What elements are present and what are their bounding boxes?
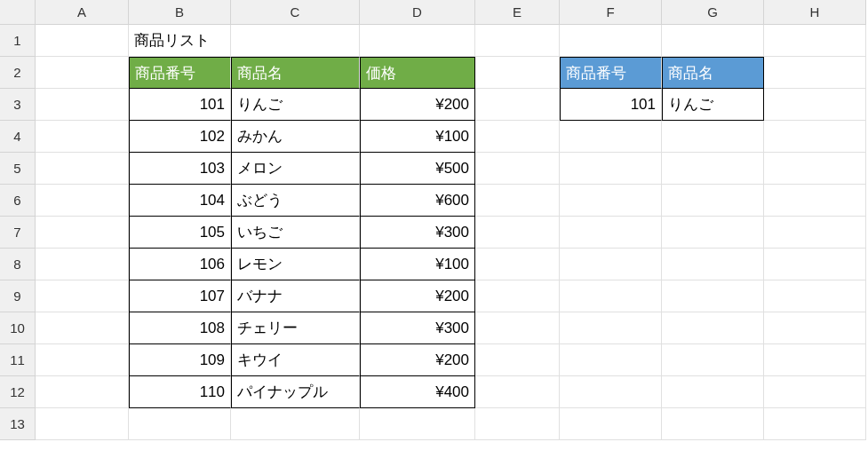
table-row[interactable]: ¥100 [360, 121, 475, 153]
cell-H5[interactable] [764, 153, 866, 185]
table2-header-name[interactable]: 商品名 [662, 57, 764, 89]
table2-row-name[interactable]: りんご [662, 89, 764, 121]
cell-F4[interactable] [560, 121, 662, 153]
table-row[interactable]: メロン [231, 153, 360, 185]
col-header-H[interactable]: H [764, 0, 866, 25]
table2-header-id[interactable]: 商品番号 [560, 57, 662, 89]
table-row[interactable]: 106 [129, 249, 231, 280]
cell-G5[interactable] [662, 153, 764, 185]
table-row[interactable]: 107 [129, 280, 231, 312]
cell-A3[interactable] [36, 89, 129, 121]
cell-E4[interactable] [475, 121, 560, 153]
cell-G9[interactable] [662, 280, 764, 312]
cell-A1[interactable] [36, 25, 129, 57]
cell-A9[interactable] [36, 280, 129, 312]
row-header-9[interactable]: 9 [0, 280, 36, 312]
cell-A6[interactable] [36, 185, 129, 217]
cell-A13[interactable] [36, 408, 129, 440]
select-all-corner[interactable] [0, 0, 36, 25]
table-row[interactable]: 110 [129, 376, 231, 408]
table-row[interactable]: ¥400 [360, 376, 475, 408]
cell-H4[interactable] [764, 121, 866, 153]
cell-A2[interactable] [36, 57, 129, 89]
table-row[interactable]: 103 [129, 153, 231, 185]
cell-B13[interactable] [129, 408, 231, 440]
cell-H12[interactable] [764, 376, 866, 408]
cell-E1[interactable] [475, 25, 560, 57]
cell-G8[interactable] [662, 249, 764, 280]
table-row[interactable]: バナナ [231, 280, 360, 312]
row-header-12[interactable]: 12 [0, 376, 36, 408]
table2-row-id[interactable]: 101 [560, 89, 662, 121]
cell-F13[interactable] [560, 408, 662, 440]
cell-F1[interactable] [560, 25, 662, 57]
cell-H13[interactable] [764, 408, 866, 440]
row-header-10[interactable]: 10 [0, 312, 36, 344]
cell-F11[interactable] [560, 344, 662, 376]
row-header-3[interactable]: 3 [0, 89, 36, 121]
table1-header-name[interactable]: 商品名 [231, 57, 360, 89]
table-row[interactable]: ¥200 [360, 344, 475, 376]
cell-A12[interactable] [36, 376, 129, 408]
cell-E11[interactable] [475, 344, 560, 376]
cell-C1[interactable] [231, 25, 360, 57]
table-row[interactable]: 104 [129, 185, 231, 217]
col-header-F[interactable]: F [560, 0, 662, 25]
table-row[interactable]: レモン [231, 249, 360, 280]
cell-D13[interactable] [360, 408, 475, 440]
cell-H1[interactable] [764, 25, 866, 57]
cell-E12[interactable] [475, 376, 560, 408]
cell-G11[interactable] [662, 344, 764, 376]
cell-A10[interactable] [36, 312, 129, 344]
row-header-2[interactable]: 2 [0, 57, 36, 89]
table-row[interactable]: 101 [129, 89, 231, 121]
table-row[interactable]: チェリー [231, 312, 360, 344]
cell-B1[interactable]: 商品リスト [129, 25, 231, 57]
table-row[interactable]: 109 [129, 344, 231, 376]
cell-H8[interactable] [764, 249, 866, 280]
table-row[interactable]: 102 [129, 121, 231, 153]
cell-F10[interactable] [560, 312, 662, 344]
cell-F6[interactable] [560, 185, 662, 217]
cell-F12[interactable] [560, 376, 662, 408]
cell-F9[interactable] [560, 280, 662, 312]
cell-F5[interactable] [560, 153, 662, 185]
table-row[interactable]: キウイ [231, 344, 360, 376]
col-header-G[interactable]: G [662, 0, 764, 25]
row-header-1[interactable]: 1 [0, 25, 36, 57]
table-row[interactable]: ¥300 [360, 217, 475, 249]
table-row[interactable]: みかん [231, 121, 360, 153]
cell-G12[interactable] [662, 376, 764, 408]
col-header-A[interactable]: A [36, 0, 129, 25]
cell-G13[interactable] [662, 408, 764, 440]
cell-H10[interactable] [764, 312, 866, 344]
cell-A7[interactable] [36, 217, 129, 249]
row-header-13[interactable]: 13 [0, 408, 36, 440]
row-header-11[interactable]: 11 [0, 344, 36, 376]
table-row[interactable]: ぶどう [231, 185, 360, 217]
table-row[interactable]: ¥300 [360, 312, 475, 344]
cell-E6[interactable] [475, 185, 560, 217]
row-header-4[interactable]: 4 [0, 121, 36, 153]
cell-A11[interactable] [36, 344, 129, 376]
cell-A8[interactable] [36, 249, 129, 280]
table-row[interactable]: 105 [129, 217, 231, 249]
row-header-5[interactable]: 5 [0, 153, 36, 185]
cell-G6[interactable] [662, 185, 764, 217]
cell-F7[interactable] [560, 217, 662, 249]
col-header-E[interactable]: E [475, 0, 560, 25]
cell-H6[interactable] [764, 185, 866, 217]
cell-H7[interactable] [764, 217, 866, 249]
table-row[interactable]: ¥200 [360, 280, 475, 312]
col-header-B[interactable]: B [129, 0, 231, 25]
cell-G4[interactable] [662, 121, 764, 153]
cell-H2[interactable] [764, 57, 866, 89]
col-header-D[interactable]: D [360, 0, 475, 25]
cell-H3[interactable] [764, 89, 866, 121]
table1-header-id[interactable]: 商品番号 [129, 57, 231, 89]
table-row[interactable]: ¥200 [360, 89, 475, 121]
table-row[interactable]: ¥600 [360, 185, 475, 217]
cell-E9[interactable] [475, 280, 560, 312]
col-header-C[interactable]: C [231, 0, 360, 25]
cell-E13[interactable] [475, 408, 560, 440]
